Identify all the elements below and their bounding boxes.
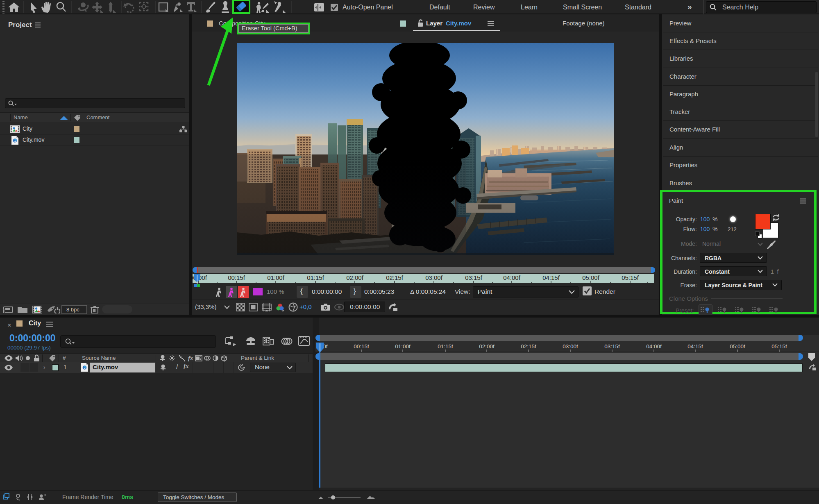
svg-text:03:15f: 03:15f	[465, 274, 483, 281]
svg-text:05:00f: 05:00f	[582, 274, 600, 281]
svg-text:01:00f: 01:00f	[395, 343, 411, 350]
svg-text:00:15f: 00:15f	[354, 343, 369, 350]
svg-text:03:15f: 03:15f	[604, 343, 620, 350]
svg-text:02:15f: 02:15f	[386, 274, 404, 281]
svg-text:04:15f: 04:15f	[687, 343, 703, 350]
svg-text:00:15f: 00:15f	[228, 274, 245, 281]
svg-text:03:00f: 03:00f	[425, 274, 443, 281]
svg-text:fx: fx	[188, 355, 193, 361]
svg-text:04:00f: 04:00f	[646, 343, 662, 350]
svg-text:02:00f: 02:00f	[479, 343, 495, 350]
svg-text:02:15f: 02:15f	[521, 343, 536, 350]
svg-text:02:00f: 02:00f	[346, 274, 364, 281]
svg-text:01:15f: 01:15f	[438, 343, 453, 350]
svg-text:03:00f: 03:00f	[563, 343, 578, 350]
svg-text:04:15f: 04:15f	[542, 274, 560, 281]
svg-text:01:00f: 01:00f	[267, 274, 285, 281]
svg-text:04:00f: 04:00f	[503, 274, 521, 281]
svg-text:05:15f: 05:15f	[622, 274, 639, 281]
svg-text:01:15f: 01:15f	[307, 274, 324, 281]
svg-text:05:00f: 05:00f	[730, 343, 745, 350]
svg-text:05:15f: 05:15f	[771, 343, 787, 350]
